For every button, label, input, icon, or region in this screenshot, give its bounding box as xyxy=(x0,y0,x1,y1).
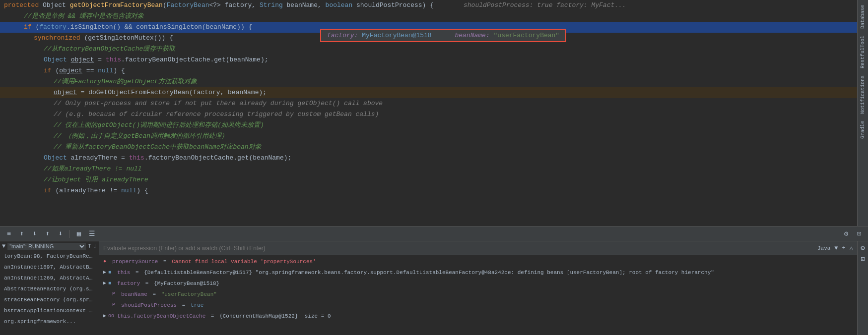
var-eq2: = xyxy=(132,268,142,277)
var-val-cache: {ConcurrentHashMap@1522} size = 0 xyxy=(219,312,331,321)
frame-item-5[interactable]: stractBeanFactory (org.springfram xyxy=(0,294,99,305)
code-text: .isSingleton() && containsSingleton(bean… xyxy=(67,22,252,33)
var-eq4: = xyxy=(149,290,159,299)
var-object2: object xyxy=(59,65,82,76)
code-line-6: Object object = this .factoryBeanObjectC… xyxy=(0,55,857,65)
var-item-beanname: P beanName = "userFactoryBean" xyxy=(99,289,857,300)
var-item-shouldpostprocess: P shouldPostProcess = true xyxy=(99,300,857,311)
code-text: (getSingletonMutex()) { xyxy=(80,33,173,44)
frame-item-6[interactable]: bstractApplicationContext (org.sp xyxy=(0,305,99,316)
expand-cache[interactable]: ▶ xyxy=(103,312,106,321)
comment-getobject: //调用FactoryBean的getObject方法获取对象 xyxy=(4,76,197,87)
var-name-cache: this.factoryBeanObjectCache xyxy=(117,312,205,321)
code-text: = doGetObjectFromFactoryBean(factory, be… xyxy=(77,87,267,98)
frame-group-select[interactable]: "main": RUNNING xyxy=(7,243,85,250)
add-watch-icon[interactable]: + xyxy=(842,245,846,252)
var-icon-factory: ■ xyxy=(108,279,115,288)
code-line-15: Object alreadyThere = this .factoryBeanO… xyxy=(0,153,857,164)
code-line-5: //从factoryBeanObjectCache缓存中获取 xyxy=(0,44,857,55)
keyword-this: this xyxy=(106,55,121,65)
var-item-this: ▶ ■ this = {DefaultListableBeanFactory@1… xyxy=(99,267,857,278)
toolbar-up2-icon[interactable]: ⬆ xyxy=(43,229,53,239)
var-name-spp: shouldPostProcess xyxy=(121,301,177,310)
keyword-null: null xyxy=(98,65,113,76)
frame-item-4[interactable]: AbstractBeanFactory (org.springfr xyxy=(0,283,99,294)
var-object: object xyxy=(71,55,94,65)
comment-alreadythere: //如果alreadyThere != null xyxy=(4,164,142,174)
filter-icon[interactable]: ▼ xyxy=(2,243,5,250)
code-line-14: // 重新从factoryBeanObjectCache中获取beanName对… xyxy=(0,142,857,153)
code-text: alreadyThere = xyxy=(67,153,129,164)
sidebar-tab-database[interactable]: Database xyxy=(859,2,867,32)
toolbar-menu-icon[interactable]: ☰ xyxy=(87,229,97,239)
frame-item-2[interactable]: anInstance:1897, AbstractBeanFact xyxy=(0,262,99,273)
expression-input[interactable] xyxy=(103,245,813,252)
keyword-if: if xyxy=(4,22,32,33)
debug-expand-icon[interactable]: ⊡ xyxy=(859,254,868,263)
comment-en1: // Only post-process and store if not pu… xyxy=(4,98,383,109)
toolbar-expand-icon[interactable]: ⊡ xyxy=(854,229,864,239)
frame-filter-row: ▼ "main": RUNNING ⊤ ↓ xyxy=(0,241,99,251)
code-text: (alreadyThere != xyxy=(52,185,121,196)
var-item-cache: ▶ oo this.factoryBeanObjectCache = {Conc… xyxy=(99,311,857,322)
sidebar-tab-notifications[interactable]: Notifications xyxy=(859,72,867,117)
var-icon-error: ● xyxy=(103,257,110,266)
toolbar-settings-icon[interactable]: ⚙ xyxy=(841,229,851,239)
debug-frames-panel: ▼ "main": RUNNING ⊤ ↓ toryBean:98, Facto… xyxy=(0,241,99,335)
expand-this[interactable]: ▶ xyxy=(103,268,106,277)
var-val-factory: {MyFactoryBean@1518} xyxy=(154,279,219,288)
lang-arrow[interactable]: ▼ xyxy=(834,245,838,252)
lang-label: Java xyxy=(817,245,830,251)
toolbar-list-icon[interactable]: ≡ xyxy=(4,229,14,239)
code-text: ) { xyxy=(113,65,125,76)
frame-item-1[interactable]: toryBean:98, FactoryBeanRegistr xyxy=(0,251,99,262)
expand-factory[interactable]: ▶ xyxy=(103,279,106,288)
toolbar-down2-icon[interactable]: ⬇ xyxy=(56,229,66,239)
frame-list: toryBean:98, FactoryBeanRegistr anInstan… xyxy=(0,251,99,335)
var-factory: factory xyxy=(39,22,67,33)
var-eq: = xyxy=(160,257,170,266)
debug-toolbar: ≡ ⬆ ⬇ ⬆ ⬇ ▦ ☰ ⚙ ⊡ xyxy=(0,226,868,241)
comment-cache: //从factoryBeanObjectCache缓存中获取 xyxy=(4,44,175,55)
var-name-propertysources: propertySource xyxy=(112,257,158,266)
toolbar-table-icon[interactable]: ▦ xyxy=(74,229,84,239)
comment-en2: // (e.g. because of circular reference p… xyxy=(4,109,379,120)
frame-filter-icon[interactable]: ⊤ xyxy=(88,242,91,250)
comment-cn3: // 重新从factoryBeanObjectCache中获取beanName对… xyxy=(4,142,262,153)
code-text: ( xyxy=(163,0,167,11)
frame-sort-icon[interactable]: ↓ xyxy=(93,243,97,250)
code-text: ( xyxy=(32,22,40,33)
type-object2: Object xyxy=(4,153,67,164)
code-text: beanName, xyxy=(283,0,326,11)
var-item-propertysources: ● propertySource = Cannot find local var… xyxy=(99,256,857,267)
frame-item-7[interactable]: org.springframework... xyxy=(0,316,99,327)
sidebar-tab-gradle[interactable]: Gradle xyxy=(859,118,867,142)
debug-settings-icon[interactable]: ⚙ xyxy=(859,243,868,252)
vars-header: Java ▼ + △ xyxy=(99,241,857,255)
var-list: ● propertySource = Cannot find local var… xyxy=(99,255,857,335)
code-text: ( xyxy=(52,65,60,76)
var-val-spp: true xyxy=(191,301,203,310)
type-boolean: boolean xyxy=(326,0,353,11)
code-line-18: if (alreadyThere != null ) { xyxy=(0,185,857,196)
var-name-this: this xyxy=(117,268,130,277)
code-line-7: if ( object == null ) { xyxy=(0,65,857,76)
var-val-beanname: "userFactoryBean" xyxy=(161,290,217,299)
debug-right-sidebar: ⚙ ⊡ xyxy=(857,241,868,335)
var-icon-cache: oo xyxy=(108,312,115,321)
code-line-9: object = doGetObjectFromFactoryBean(fact… xyxy=(0,87,857,98)
keyword-this2: this xyxy=(129,153,144,164)
comment-cn2: // （例如，由于自定义getBean调用触发的循环引用处理） xyxy=(4,131,228,142)
frame-item-3[interactable]: anInstance:1269, AbstractAutowireC xyxy=(0,273,99,283)
tooltip-beanname-value: "userFactoryBean" xyxy=(494,32,560,39)
code-text: Object xyxy=(39,0,69,11)
code-text xyxy=(67,55,71,65)
var-arrow-up[interactable]: △ xyxy=(850,244,853,252)
keyword-if3: if xyxy=(4,185,52,196)
toolbar-down1-icon[interactable]: ⬇ xyxy=(30,229,40,239)
sidebar-tab-restfultool[interactable]: RestfulTool xyxy=(859,33,867,71)
debug-tooltip: factory: MyFactoryBean@1518 beanName: "u… xyxy=(320,29,566,42)
code-text: == xyxy=(82,65,98,76)
keyword-null2: null xyxy=(121,185,136,196)
toolbar-up1-icon[interactable]: ⬆ xyxy=(17,229,27,239)
